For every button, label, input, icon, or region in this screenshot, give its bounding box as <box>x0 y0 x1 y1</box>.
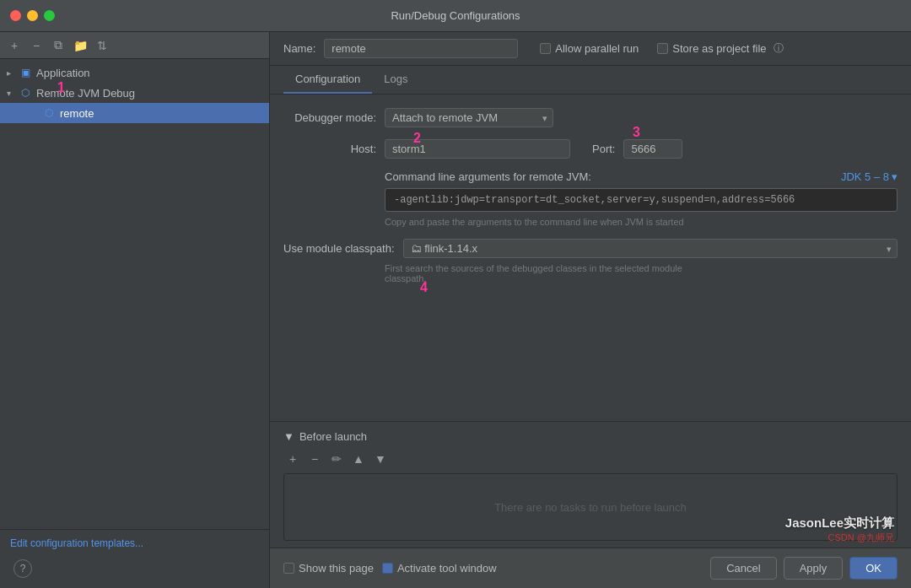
debugger-mode-row: Debugger mode: Attach to remote JVM <box>283 108 898 127</box>
sidebar-item-remote-jvm[interactable]: ▾ ⬡ Remote JVM Debug <box>0 83 269 103</box>
activate-tool-row: Activate tool window <box>382 562 497 575</box>
sidebar-footer: Edit configuration templates... ? <box>0 529 269 588</box>
sidebar-item-application[interactable]: ▸ ▣ Application <box>0 62 269 83</box>
minimize-button[interactable] <box>27 10 38 21</box>
tabs-bar: Configuration Logs <box>270 66 911 94</box>
maximize-button[interactable] <box>44 10 55 21</box>
folder-button[interactable]: 📁 <box>71 36 89 55</box>
before-launch-section: ▼ Before launch + − ✏ ▲ ▼ There are no t… <box>270 421 911 548</box>
remote-jvm-icon: ⬡ <box>19 86 32 100</box>
help-button[interactable]: ? <box>13 559 32 578</box>
debugger-mode-select-wrapper: Attach to remote JVM <box>385 108 553 127</box>
remote-icon: ⬡ <box>42 106 56 120</box>
before-launch-empty: There are no tasks to run before launch <box>283 473 898 541</box>
footer-left: Show this page Activate tool window <box>283 562 497 575</box>
module-hint: First search the sources of the debugged… <box>385 263 705 283</box>
module-label: Use module classpath: <box>283 242 395 255</box>
activate-tool-label: Activate tool window <box>397 562 497 575</box>
sort-button[interactable]: ⇅ <box>93 36 111 55</box>
dialog-title: Run/Debug Configurations <box>391 9 520 22</box>
store-project-section: Store as project file ⓘ <box>657 41 783 56</box>
right-panel: Name: Allow parallel run Store as projec… <box>270 32 911 588</box>
before-launch-toolbar: + − ✏ ▲ ▼ <box>283 450 898 468</box>
module-row: Use module classpath: 🗂 flink-1.14.x <box>283 239 898 258</box>
bl-remove-button[interactable]: − <box>305 450 324 468</box>
cmd-hint: Copy and paste the arguments to the comm… <box>385 217 898 227</box>
sidebar-item-remote[interactable]: ⬡ remote <box>0 103 269 123</box>
close-button[interactable] <box>10 10 21 21</box>
config-body: Debugger mode: Attach to remote JVM Host… <box>270 94 911 421</box>
remote-jvm-label: Remote JVM Debug <box>36 87 135 100</box>
before-launch-header: ▼ Before launch <box>283 430 898 443</box>
name-input[interactable] <box>324 39 518 58</box>
cmd-label: Command line arguments for remote JVM: <box>283 170 591 183</box>
cmd-value-box: -agentlib:jdwp=transport=dt_socket,serve… <box>385 188 898 212</box>
apply-button[interactable]: Apply <box>784 557 844 580</box>
remove-config-button[interactable]: − <box>27 36 46 55</box>
show-page-checkbox[interactable] <box>283 563 294 574</box>
bl-up-button[interactable]: ▲ <box>349 450 368 468</box>
add-config-button[interactable]: + <box>5 36 24 55</box>
sidebar: + − ⧉ 📁 ⇅ ▸ ▣ Application ▾ ⬡ Remote JVM <box>0 32 270 588</box>
bl-add-button[interactable]: + <box>283 450 302 468</box>
window-controls <box>10 10 55 21</box>
module-select[interactable]: 🗂 flink-1.14.x <box>403 239 898 258</box>
show-page-row: Show this page <box>283 562 374 575</box>
allow-parallel-checkbox[interactable] <box>540 43 551 54</box>
bl-down-button[interactable]: ▼ <box>371 450 390 468</box>
host-label: Host: <box>283 143 376 155</box>
application-label: Application <box>36 67 90 79</box>
debugger-mode-label: Debugger mode: <box>283 111 376 124</box>
show-page-label: Show this page <box>299 562 374 575</box>
remote-label: remote <box>60 107 94 120</box>
module-select-wrapper: 🗂 flink-1.14.x <box>403 239 898 258</box>
cancel-button[interactable]: Cancel <box>710 557 776 580</box>
sidebar-toolbar: + − ⧉ 📁 ⇅ <box>0 32 269 59</box>
jdk-link[interactable]: JDK 5 – 8 ▾ <box>841 170 898 183</box>
port-label: Port: <box>592 143 615 155</box>
host-input[interactable] <box>385 139 570 159</box>
config-header: Name: Allow parallel run Store as projec… <box>270 32 911 66</box>
cmd-section: Command line arguments for remote JVM: J… <box>283 170 898 227</box>
bl-edit-button[interactable]: ✏ <box>327 450 346 468</box>
ok-button[interactable]: OK <box>849 557 898 580</box>
tree-arrow-remote-jvm: ▾ <box>7 89 19 98</box>
edit-templates-link[interactable]: Edit configuration templates... <box>10 537 143 549</box>
application-icon: ▣ <box>19 66 32 79</box>
before-launch-title: Before launch <box>299 430 367 443</box>
port-input[interactable] <box>623 139 682 159</box>
name-label: Name: <box>283 42 315 55</box>
host-port-row: Host: Port: <box>283 139 898 159</box>
footer-right: Cancel Apply OK <box>710 557 898 580</box>
jdk-chevron-icon: ▾ <box>892 170 898 183</box>
tree-arrow-application: ▸ <box>7 68 19 78</box>
tab-configuration[interactable]: Configuration <box>283 66 372 94</box>
allow-parallel-label: Allow parallel run <box>555 42 639 55</box>
allow-parallel-section: Allow parallel run <box>540 42 639 55</box>
debugger-mode-select[interactable]: Attach to remote JVM <box>385 108 553 127</box>
cmd-label-row: Command line arguments for remote JVM: J… <box>283 170 898 183</box>
main-layout: + − ⧉ 📁 ⇅ ▸ ▣ Application ▾ ⬡ Remote JVM <box>0 32 911 588</box>
before-launch-toggle[interactable]: ▼ <box>283 430 294 443</box>
store-project-info-icon: ⓘ <box>774 41 784 56</box>
copy-config-button[interactable]: ⧉ <box>49 36 67 55</box>
config-footer: Show this page Activate tool window Canc… <box>270 548 911 588</box>
config-tree: ▸ ▣ Application ▾ ⬡ Remote JVM Debug ⬡ r… <box>0 59 269 529</box>
activate-tool-checkbox[interactable] <box>382 563 393 574</box>
tab-logs[interactable]: Logs <box>372 66 419 94</box>
store-project-checkbox[interactable] <box>657 43 668 54</box>
titlebar: Run/Debug Configurations <box>0 0 911 32</box>
store-project-label: Store as project file <box>672 42 766 55</box>
